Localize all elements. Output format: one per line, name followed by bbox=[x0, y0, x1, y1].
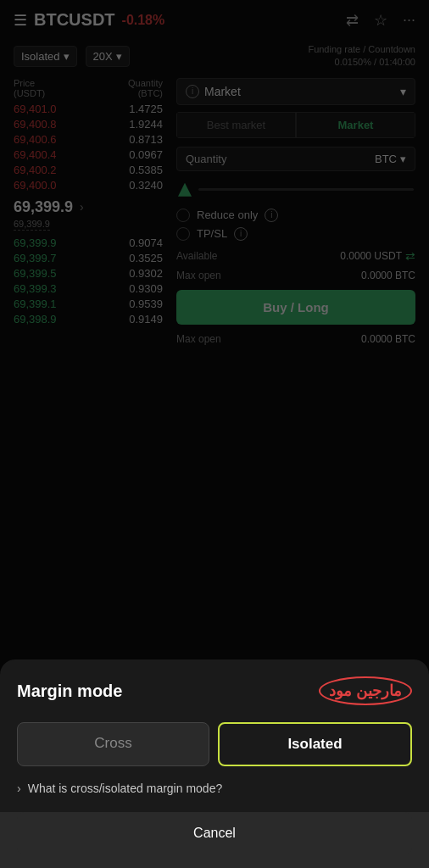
info-link-text: What is cross/isolated margin mode? bbox=[28, 782, 223, 795]
isolated-mode-button[interactable]: Isolated bbox=[218, 722, 412, 766]
cancel-button[interactable]: Cancel bbox=[17, 812, 412, 854]
modal-header: Margin mode مارجین مود bbox=[17, 676, 412, 705]
info-link[interactable]: › What is cross/isolated margin mode? bbox=[17, 782, 412, 795]
info-link-chevron-icon: › bbox=[17, 782, 21, 795]
cross-mode-button[interactable]: Cross bbox=[17, 722, 209, 766]
margin-mode-buttons: Cross Isolated bbox=[17, 722, 412, 766]
modal-title: Margin mode bbox=[17, 682, 122, 701]
modal-rtl-text: مارجین مود bbox=[319, 676, 412, 705]
cancel-bar: Cancel bbox=[0, 812, 429, 868]
margin-mode-modal: Margin mode مارجین مود Cross Isolated › … bbox=[0, 659, 429, 868]
